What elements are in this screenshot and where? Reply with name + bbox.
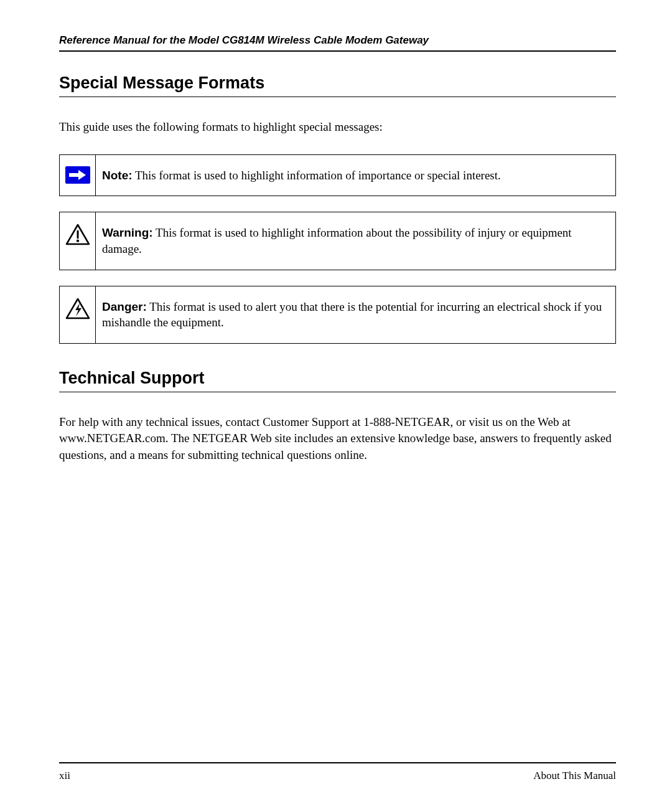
warning-callout: Warning: This format is used to highligh… — [59, 212, 616, 270]
section-heading-technical-support: Technical Support — [59, 369, 616, 392]
arrow-right-icon — [65, 166, 90, 184]
danger-icon-cell — [60, 286, 96, 343]
danger-triangle-icon — [65, 298, 90, 323]
svg-marker-1 — [78, 170, 86, 180]
danger-label: Danger: — [102, 300, 147, 313]
danger-text: This format is used to alert you that th… — [102, 300, 602, 329]
footer-section-name: About This Manual — [533, 770, 616, 782]
note-icon-cell — [60, 155, 96, 196]
note-text: This format is used to highlight informa… — [133, 169, 501, 182]
warning-content: Warning: This format is used to highligh… — [96, 212, 615, 269]
note-label: Note: — [102, 169, 133, 182]
page-header-title: Reference Manual for the Model CG814M Wi… — [59, 34, 616, 52]
warning-label: Warning: — [102, 226, 153, 239]
page-number: xii — [59, 770, 70, 782]
intro-text: This guide uses the following formats to… — [59, 119, 616, 136]
section-heading-special-formats: Special Message Formats — [59, 73, 616, 97]
note-callout: Note: This format is used to highlight i… — [59, 154, 616, 197]
warning-icon-cell — [60, 212, 96, 269]
danger-callout: Danger: This format is used to alert you… — [59, 286, 616, 344]
warning-text: This format is used to highlight informa… — [102, 226, 572, 255]
svg-rect-0 — [69, 173, 79, 177]
danger-content: Danger: This format is used to alert you… — [96, 286, 615, 343]
warning-triangle-icon — [65, 224, 90, 248]
page-footer: xii About This Manual — [59, 762, 616, 782]
note-content: Note: This format is used to highlight i… — [96, 155, 510, 196]
technical-support-body: For help with any technical issues, cont… — [59, 414, 616, 464]
svg-rect-4 — [77, 240, 79, 242]
